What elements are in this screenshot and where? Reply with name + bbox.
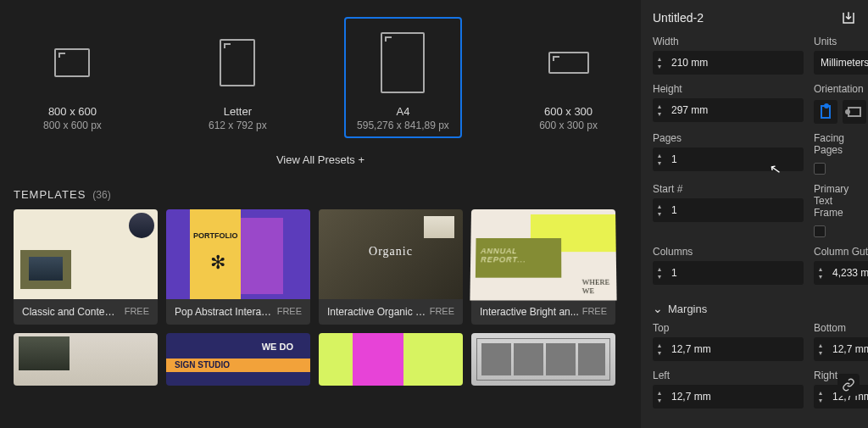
preset-dims: 800 x 600 px	[43, 120, 102, 131]
template-thumbnail	[470, 209, 616, 300]
template-price: FREE	[277, 306, 302, 318]
preset-dims: 595,276 x 841,89 px	[357, 120, 449, 131]
preset-a4[interactable]: A4 595,276 x 841,89 px	[344, 17, 462, 138]
template-title: Interactive Bright an...	[480, 306, 579, 318]
template-title: Interactive Organic B...	[327, 306, 427, 318]
preset-name: 800 x 600	[48, 105, 97, 118]
facing-pages-label: Facing Pages	[814, 132, 856, 156]
template-thumbnail	[14, 209, 158, 299]
template-card[interactable]	[319, 333, 463, 386]
template-card[interactable]	[166, 333, 310, 386]
margins-section-toggle[interactable]: Margins	[653, 302, 856, 315]
portrait-icon	[821, 105, 831, 119]
units-value: Millimeters	[821, 57, 868, 69]
start-number-label: Start #	[653, 183, 804, 195]
preset-name: A4	[396, 105, 409, 118]
page-icon	[548, 52, 589, 74]
width-stepper[interactable]: ▴▾	[653, 51, 804, 75]
template-thumbnail	[166, 209, 310, 299]
stepper-arrows-icon[interactable]: ▴▾	[653, 261, 666, 285]
primary-text-frame-label: Primary Text Frame	[814, 183, 856, 219]
import-preset-icon[interactable]	[841, 10, 856, 25]
template-price: FREE	[125, 306, 149, 318]
template-card[interactable]	[14, 333, 158, 386]
margin-left-stepper[interactable]: ▴▾	[653, 385, 804, 409]
presets-and-templates-panel: 800 x 600 800 x 600 px Letter 612 x 792 …	[0, 0, 641, 428]
start-number-stepper[interactable]: ▴▾	[653, 198, 804, 222]
page-icon	[381, 32, 425, 93]
start-number-input[interactable]	[666, 198, 804, 222]
stepper-arrows-icon[interactable]: ▴▾	[653, 385, 666, 409]
preset-800x600[interactable]: 800 x 600 800 x 600 px	[14, 17, 131, 138]
column-gutter-input[interactable]	[827, 261, 868, 285]
template-price: FREE	[430, 306, 454, 318]
orientation-label: Orientation	[814, 83, 866, 95]
templates-heading: TEMPLATES (36)	[14, 188, 627, 201]
margin-bottom-label: Bottom	[814, 322, 868, 334]
primary-text-frame-checkbox[interactable]	[814, 225, 826, 237]
margin-left-label: Left	[653, 370, 804, 381]
stepper-arrows-icon[interactable]: ▴▾	[814, 261, 827, 285]
preset-name: 600 x 300	[544, 105, 593, 118]
orientation-landscape-button[interactable]	[843, 100, 866, 124]
margin-bottom-stepper[interactable]: ▴▾	[814, 337, 868, 361]
units-label: Units	[814, 36, 868, 47]
template-price: FREE	[582, 306, 607, 318]
pages-label: Pages	[653, 132, 804, 144]
template-card[interactable]	[471, 333, 615, 386]
facing-pages-checkbox[interactable]	[814, 163, 826, 175]
preset-letter[interactable]: Letter 612 x 792 px	[179, 17, 297, 138]
column-gutter-stepper[interactable]: ▴▾	[814, 261, 868, 285]
columns-label: Columns	[653, 246, 804, 258]
template-title: Pop Abstract Interact...	[175, 306, 275, 318]
stepper-arrows-icon[interactable]: ▴▾	[653, 147, 666, 171]
width-input[interactable]	[666, 51, 804, 75]
stepper-arrows-icon[interactable]: ▴▾	[653, 98, 666, 122]
stepper-arrows-icon[interactable]: ▴▾	[653, 198, 666, 222]
templates-row-1: Classic and Contemp... FREE Pop Abstract…	[14, 209, 627, 325]
height-stepper[interactable]: ▴▾	[653, 98, 804, 122]
template-card[interactable]: Pop Abstract Interact... FREE	[166, 209, 310, 325]
margin-top-label: Top	[653, 322, 804, 334]
columns-input[interactable]	[666, 261, 804, 285]
link-margins-icon[interactable]	[837, 374, 860, 396]
document-properties-panel: Untitled-2 Width ▴▾ Units Millimeters ⌄ …	[641, 0, 868, 428]
height-input[interactable]	[666, 98, 804, 122]
margin-top-stepper[interactable]: ▴▾	[653, 337, 804, 361]
stepper-arrows-icon[interactable]: ▴▾	[653, 337, 666, 361]
pages-stepper[interactable]: ▴▾	[653, 147, 804, 171]
template-card[interactable]: Interactive Bright an... FREE	[471, 209, 615, 325]
columns-stepper[interactable]: ▴▾	[653, 261, 804, 285]
template-card[interactable]: Classic and Contemp... FREE	[14, 209, 158, 325]
width-label: Width	[653, 36, 804, 47]
page-icon	[220, 39, 255, 86]
stepper-arrows-icon[interactable]: ▴▾	[814, 337, 827, 361]
document-title[interactable]: Untitled-2	[653, 11, 704, 25]
orientation-portrait-button[interactable]	[814, 100, 837, 124]
pages-input[interactable]	[666, 147, 804, 171]
view-all-presets-link[interactable]: View All Presets +	[14, 153, 627, 166]
templates-count: (36)	[92, 189, 110, 201]
templates-row-2	[14, 333, 627, 386]
preset-600x300[interactable]: 600 x 300 600 x 300 px	[509, 17, 627, 138]
stepper-arrows-icon[interactable]: ▴▾	[814, 385, 827, 409]
preset-dims: 600 x 300 px	[539, 120, 598, 131]
template-card[interactable]: Interactive Organic B... FREE	[319, 209, 463, 325]
page-icon	[54, 48, 90, 77]
height-label: Height	[653, 83, 804, 95]
templates-label: TEMPLATES	[14, 188, 86, 201]
presets-row: 800 x 600 800 x 600 px Letter 612 x 792 …	[14, 0, 627, 138]
margin-top-input[interactable]	[666, 337, 804, 361]
template-thumbnail	[319, 209, 463, 299]
template-title: Classic and Contemp...	[22, 306, 122, 318]
column-gutter-label: Column Gutter	[814, 246, 868, 258]
margin-left-input[interactable]	[666, 385, 804, 409]
preset-name: Letter	[224, 105, 252, 118]
stepper-arrows-icon[interactable]: ▴▾	[653, 51, 666, 75]
margin-bottom-input[interactable]	[827, 337, 868, 361]
landscape-icon	[848, 107, 861, 117]
units-select[interactable]: Millimeters ⌄	[814, 51, 868, 75]
preset-dims: 612 x 792 px	[209, 120, 267, 131]
